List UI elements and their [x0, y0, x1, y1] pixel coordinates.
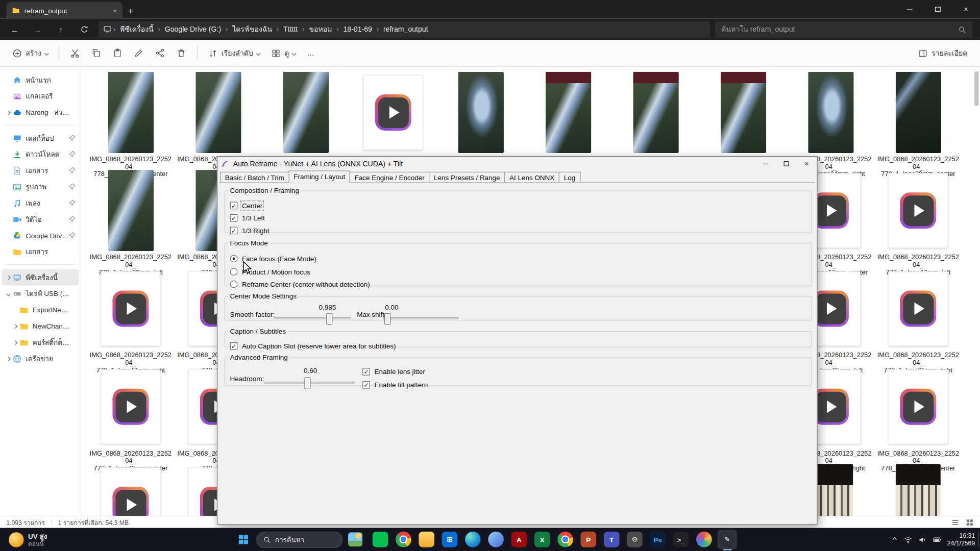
sidebar-item-desktop[interactable]: เดสก์ท็อป	[2, 130, 79, 146]
window-minimize-button[interactable]	[896, 0, 924, 19]
sidebar-item-music[interactable]: เพลง	[2, 195, 79, 211]
file-tile[interactable]: IMG_0868_20260123_225204_778_1_lens47mm_…	[874, 170, 962, 276]
taskbar-app-edge[interactable]	[463, 530, 482, 549]
volume-icon[interactable]	[918, 535, 926, 544]
explorer-tab[interactable]: refram_output ×	[6, 2, 122, 19]
back-button[interactable]: ←	[3, 20, 26, 38]
checkbox-1-3-right[interactable]: ✓1/3 Right	[230, 226, 270, 236]
slider-thumb[interactable]	[326, 313, 332, 324]
dialog-tab[interactable]: AI Lens ONNX	[504, 172, 559, 183]
sidebar-item-document[interactable]: เอกสาร	[2, 162, 79, 179]
tab-close-icon[interactable]: ×	[113, 7, 117, 14]
scrollbar[interactable]	[974, 69, 979, 514]
taskbar-app-photoshop[interactable]: Ps	[648, 530, 668, 549]
file-tile[interactable]	[874, 464, 962, 516]
sidebar-item-pictures[interactable]: รูปภาพ	[2, 179, 79, 195]
sidebar-item-gallery[interactable]: แกลเลอรี	[2, 88, 79, 105]
taskbar-app-powerpoint[interactable]: P	[579, 530, 598, 549]
delete-button[interactable]	[172, 44, 191, 63]
sort-button[interactable]: เรียงลำดับ	[203, 43, 265, 63]
new-tab-button[interactable]: +	[122, 3, 139, 19]
dialog-tab[interactable]: Basic / Batch / Trim	[220, 172, 289, 183]
cut-button[interactable]	[65, 44, 85, 63]
file-tile[interactable]	[87, 464, 174, 516]
sidebar-item-network[interactable]: เครือข่าย	[2, 350, 79, 367]
tray-chevron-icon[interactable]	[891, 536, 898, 543]
sidebar-item-download[interactable]: ดาวน์โหลด	[2, 146, 79, 163]
wifi-icon[interactable]	[903, 535, 912, 544]
taskbar-app-microsoft-store[interactable]: ⊞	[440, 530, 459, 549]
breadcrumb-item[interactable]: ขอหอม	[306, 22, 335, 37]
paste-button[interactable]	[108, 44, 128, 63]
taskbar-app-teams[interactable]: T	[602, 530, 621, 549]
smooth-factor-slider[interactable]	[274, 317, 351, 319]
file-tile[interactable]: IMG_0868_20260123_225204_778_1_lens17mm_…	[87, 72, 174, 178]
sidebar-item-onedrive[interactable]: Narong - ส่วนบุคคล	[2, 104, 79, 120]
details-pane-button[interactable]: รายละเอียด	[913, 43, 972, 63]
window-close-button[interactable]: ×	[952, 0, 980, 19]
thumbnail-view-icon[interactable]	[966, 518, 974, 527]
new-button[interactable]: สร้าง	[8, 43, 54, 63]
sidebar-item-video[interactable]: วิดีโอ	[2, 211, 79, 228]
breadcrumb-item[interactable]: ไดรฟ์ของฉัน	[229, 22, 275, 37]
weather-widget[interactable]: UV สูง ตอนนี้	[4, 530, 52, 549]
sidebar-item-home[interactable]: หน้าแรก	[2, 72, 79, 88]
taskbar-app-acrobat[interactable]: A	[509, 530, 529, 549]
sidebar-item-folder[interactable]: ExportNewChanel	[2, 302, 79, 318]
widget-thumbnail[interactable]	[346, 530, 365, 549]
sidebar-item-usb[interactable]: ไดรฟ์ USB (D:)	[2, 286, 79, 302]
dialog-minimize-button[interactable]	[755, 157, 775, 170]
dialog-close-button[interactable]: ×	[796, 157, 817, 170]
checkbox-enable-tilt-pattern[interactable]: ✓Enable tilt pattern	[362, 380, 428, 390]
battery-icon[interactable]	[932, 535, 941, 544]
rename-button[interactable]	[129, 44, 149, 63]
taskbar-clock[interactable]: 16:31 24/1/2569	[947, 532, 975, 547]
taskbar-app-excel[interactable]: X	[532, 530, 552, 549]
file-tile[interactable]: IMG_0868_20260123_225204_778_1_lens29mm_…	[874, 72, 962, 178]
taskbar-search[interactable]: การค้นหา	[256, 531, 342, 547]
more-button[interactable]: …	[302, 45, 320, 61]
sidebar-item-folder[interactable]: เอกสาร	[2, 244, 79, 260]
taskbar-app-file-explorer[interactable]	[417, 530, 436, 549]
checkbox-auto-caption-slot-reserve-lower-area-for-subtitles[interactable]: ✓Auto Caption Slot (reserve lower area f…	[230, 341, 396, 352]
taskbar-app-line[interactable]	[371, 530, 390, 549]
show-desktop-button[interactable]	[978, 532, 980, 546]
breadcrumb-item[interactable]: Google Drive (G:)	[162, 24, 225, 35]
dialog-tab[interactable]: Framing / Layout	[288, 170, 350, 183]
file-tile[interactable]: IMG_0868_20260123_225204_778_1_lens47mm_…	[87, 268, 174, 373]
start-button[interactable]	[234, 530, 253, 549]
list-view-icon[interactable]	[951, 518, 960, 527]
up-button[interactable]: ↑	[50, 20, 72, 38]
taskbar-app-chrome-profile[interactable]	[556, 530, 575, 549]
sidebar-item-gdrive[interactable]: Google Drive (G:)	[2, 228, 79, 244]
breadcrumb[interactable]: › พีซีเครื่องนี้›Google Drive (G:)›ไดรฟ์…	[98, 21, 710, 38]
breadcrumb-item[interactable]: 18-01-69	[340, 24, 375, 35]
max-shift-slider[interactable]	[382, 317, 458, 319]
taskbar-app-terminal[interactable]: >_	[671, 530, 691, 549]
dialog-tab[interactable]: Log	[559, 172, 580, 183]
slider-thumb[interactable]	[384, 313, 390, 324]
sidebar-item-pc[interactable]: พีซีเครื่องนี้	[2, 269, 79, 286]
checkbox-1-3-left[interactable]: ✓1/3 Left	[230, 213, 265, 223]
file-tile[interactable]: IMG_0868_20260123_225204_778_1_lens85mm_…	[874, 366, 962, 472]
refresh-button[interactable]	[72, 20, 95, 38]
share-button[interactable]	[150, 44, 170, 63]
taskbar-app-chrome[interactable]	[394, 530, 413, 549]
sidebar-item-folder[interactable]: คอร์สติ๊กต็อก2026	[2, 334, 79, 350]
copy-button[interactable]	[86, 44, 106, 63]
checkbox-center[interactable]: ✓Center	[230, 201, 263, 211]
view-button[interactable]: ดู	[266, 43, 301, 63]
dialog-titlebar[interactable]: Auto Reframe - YuNet + AI Lens (ONNX CUD…	[217, 157, 817, 170]
breadcrumb-item[interactable]: Tttttt	[280, 24, 301, 35]
slider-thumb[interactable]	[304, 378, 310, 389]
sidebar-item-folder[interactable]: NewChannel	[2, 318, 79, 334]
taskbar-app-pen-tool[interactable]: ✎	[718, 530, 737, 549]
dialog-tab[interactable]: Lens Presets / Range	[429, 172, 505, 183]
forward-button[interactable]: →	[26, 20, 49, 38]
scrollbar-thumb[interactable]	[974, 71, 979, 107]
dialog-maximize-button[interactable]	[776, 157, 796, 170]
checkbox-enable-lens-jitter[interactable]: ✓Enable lens jitter	[362, 367, 425, 377]
taskbar-app-copilot[interactable]	[486, 530, 506, 549]
taskbar-app-settings-gear[interactable]: ⚙	[625, 530, 644, 549]
window-maximize-button[interactable]	[924, 0, 952, 19]
